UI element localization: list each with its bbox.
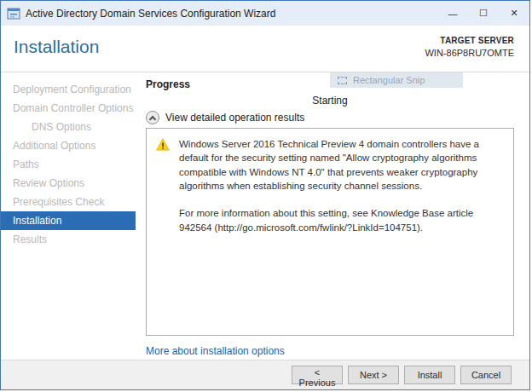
sidebar-item-dns-options: DNS Options xyxy=(1,118,136,136)
window-title: Active Directory Domain Services Configu… xyxy=(26,8,275,20)
page-title: Installation xyxy=(14,37,99,72)
target-server-label: TARGET SERVER xyxy=(425,35,514,47)
install-button[interactable]: Install xyxy=(404,366,455,384)
window-controls: — ☐ ✕ xyxy=(437,1,529,26)
sidebar-item-prerequisites-check: Prerequisites Check xyxy=(1,193,136,211)
wizard-steps-sidebar: Deployment Configuration Domain Controll… xyxy=(1,72,136,360)
installation-progress-pane: Progress Starting View detailed operatio… xyxy=(136,72,529,360)
sidebar-item-additional-options: Additional Options xyxy=(1,136,136,155)
operation-results-box: Windows Server 2016 Technical Preview 4 … xyxy=(146,128,514,336)
collapse-icon[interactable] xyxy=(146,111,159,124)
sidebar-item-domain-controller-options: Domain Controller Options xyxy=(1,99,136,118)
chevron-up-icon xyxy=(149,116,156,123)
app-icon xyxy=(7,7,20,20)
warning-paragraph-2: For more information about this setting,… xyxy=(179,206,500,234)
sidebar-item-results: Results xyxy=(1,230,136,249)
minimize-icon[interactable]: — xyxy=(437,1,468,26)
target-server-block: TARGET SERVER WIN-86P8RU7OMTE xyxy=(425,35,514,72)
warning-message: Windows Server 2016 Technical Preview 4 … xyxy=(179,137,500,234)
warning-paragraph-1: Windows Server 2016 Technical Preview 4 … xyxy=(179,137,500,193)
warning-icon xyxy=(156,138,170,151)
details-toggle[interactable]: View detailed operation results xyxy=(146,111,514,124)
cancel-button[interactable]: Cancel xyxy=(460,366,512,384)
maximize-icon[interactable]: ☐ xyxy=(468,1,499,26)
close-icon[interactable]: ✕ xyxy=(499,1,529,26)
more-about-installation-link[interactable]: More about installation options xyxy=(146,345,285,357)
details-toggle-label: View detailed operation results xyxy=(165,112,304,124)
sidebar-item-deployment-configuration: Deployment Configuration xyxy=(1,80,136,99)
sidebar-item-review-options: Review Options xyxy=(1,174,136,193)
next-button[interactable]: Next > xyxy=(348,366,399,384)
sidebar-item-installation[interactable]: Installation xyxy=(1,211,136,230)
previous-button[interactable]: < Previous xyxy=(292,366,343,384)
sidebar-item-paths: Paths xyxy=(1,155,136,174)
wizard-body: Deployment Configuration Domain Controll… xyxy=(1,72,529,360)
progress-label: Progress xyxy=(146,78,514,90)
wizard-footer: < Previous Next > Install Cancel xyxy=(1,360,529,389)
wizard-window: Active Directory Domain Services Configu… xyxy=(0,0,530,390)
status-text: Starting xyxy=(146,95,514,107)
titlebar[interactable]: Active Directory Domain Services Configu… xyxy=(1,1,529,26)
wizard-header: Installation TARGET SERVER WIN-86P8RU7OM… xyxy=(1,26,529,72)
target-server-name: WIN-86P8RU7OMTE xyxy=(425,47,514,60)
